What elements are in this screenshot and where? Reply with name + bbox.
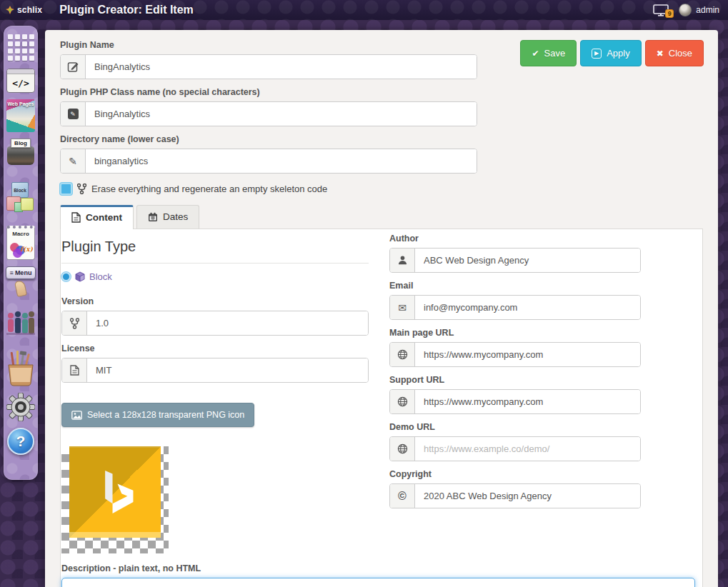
description-textarea[interactable]: Bing Analytics block xyxy=(61,578,695,587)
sidebar-item-html-code[interactable]: </> xyxy=(6,69,35,93)
main-url-input[interactable] xyxy=(415,343,640,366)
image-icon xyxy=(71,411,82,420)
email-input[interactable] xyxy=(415,296,640,319)
username: admin xyxy=(696,5,719,15)
demo-url-label: Demo URL xyxy=(389,422,641,432)
site-preview-button[interactable]: 9 xyxy=(653,4,669,16)
sidebar-item-help[interactable]: ? xyxy=(7,428,34,455)
gear-icon xyxy=(6,393,35,421)
tab-bar: Content Dates xyxy=(60,205,703,229)
sidebar-item-blog[interactable]: Blog xyxy=(6,139,36,174)
check-icon: ✔ xyxy=(532,49,539,58)
apply-button[interactable]: ▶ Apply xyxy=(580,40,642,66)
sidebar-item-block[interactable]: Block xyxy=(6,181,36,219)
copyright-field: Copyright © xyxy=(389,469,641,508)
content-tab-pane: Plugin Type Block Version xyxy=(60,229,703,587)
save-button[interactable]: ✔ Save xyxy=(520,40,577,66)
author-input[interactable] xyxy=(415,249,640,272)
page-title: Plugin Creator: Edit Item xyxy=(59,4,194,16)
envelope-icon: ✉ xyxy=(390,296,415,319)
edit-square-filled-icon: ✎ xyxy=(61,102,86,126)
erase-checkbox-row: Erase everything and regenerate an empty… xyxy=(60,183,703,195)
version-label: Version xyxy=(61,296,369,306)
users-group-icon xyxy=(5,308,36,344)
copyright-icon: © xyxy=(390,484,415,508)
directory-label: Directory name (lower case) xyxy=(60,134,477,144)
sidebar-item-menu[interactable]: ≡Menu xyxy=(6,266,36,302)
sidebar-item-web-pages[interactable]: Web Pages xyxy=(6,99,35,132)
file-text-icon xyxy=(62,358,87,382)
demo-url-input[interactable] xyxy=(415,437,640,461)
sidebar-item-apps-grid[interactable] xyxy=(6,33,36,62)
php-class-input[interactable] xyxy=(86,102,477,126)
hand-cursor-icon xyxy=(14,280,27,297)
code-fork-icon xyxy=(77,184,86,194)
tab-dates-label: Dates xyxy=(163,211,188,222)
support-url-input[interactable] xyxy=(415,390,640,413)
select-icon-button[interactable]: Select a 128x128 transparent PNG icon xyxy=(61,403,254,427)
edit-item-panel: ✔ Save ▶ Apply ✖ Close Plugin Name Plugi… xyxy=(45,30,718,587)
schlix-logo-icon xyxy=(6,6,14,14)
logo-text: schlix xyxy=(17,5,42,15)
block-option-label: Block xyxy=(89,271,112,282)
plugin-name-label: Plugin Name xyxy=(60,40,477,50)
globe-icon xyxy=(390,390,415,413)
block-cubes-icon: Block xyxy=(6,181,36,219)
license-field: License xyxy=(61,343,369,383)
avatar xyxy=(679,4,692,16)
web-pages-icon: Web Pages xyxy=(6,99,35,132)
php-class-label: Plugin PHP Class name (no special charac… xyxy=(60,87,477,97)
toolbox-icon xyxy=(6,351,36,386)
directory-input[interactable] xyxy=(86,149,477,173)
code-window-icon: </> xyxy=(6,69,35,93)
select-icon-button-label: Select a 128x128 transparent PNG icon xyxy=(87,410,244,420)
erase-checkbox[interactable] xyxy=(60,183,72,195)
edit-square-icon xyxy=(61,55,86,79)
action-buttons: ✔ Save ▶ Apply ✖ Close xyxy=(520,40,704,66)
tab-content-label: Content xyxy=(86,212,122,223)
plugin-name-input[interactable] xyxy=(86,55,477,79)
author-label: Author xyxy=(389,234,641,244)
macro-notepad-icon: Macro f(x) xyxy=(6,226,35,260)
apps-grid-icon xyxy=(6,33,36,62)
license-input[interactable] xyxy=(87,358,368,382)
description-field: Description - plain text, no HTML Bing A… xyxy=(61,563,695,587)
close-icon: ✖ xyxy=(657,49,664,58)
schlix-logo[interactable]: schlix xyxy=(0,5,49,15)
version-input[interactable] xyxy=(87,311,368,335)
copyright-input[interactable] xyxy=(415,484,640,508)
bing-plugin-icon-preview xyxy=(69,446,161,538)
globe-icon xyxy=(390,437,415,461)
person-icon xyxy=(390,249,415,272)
transparency-checkerboard xyxy=(61,446,169,553)
apply-button-label: Apply xyxy=(607,48,630,59)
notification-badge: 9 xyxy=(665,9,674,18)
sidebar-item-macro[interactable]: Macro f(x) xyxy=(6,226,35,260)
email-label: Email xyxy=(389,281,641,291)
app-sidebar: </> Web Pages Blog Block Macro f(x) ≡Men… xyxy=(4,26,38,480)
demo-url-field: Demo URL xyxy=(389,422,641,461)
plugin-type-block-option[interactable]: Block xyxy=(61,271,369,282)
tab-dates[interactable]: Dates xyxy=(136,205,199,229)
sidebar-item-tools[interactable] xyxy=(6,351,36,386)
pencil-icon: ✎ xyxy=(61,149,86,173)
erase-checkbox-label: Erase everything and regenerate an empty… xyxy=(91,184,327,194)
menu-button-icon: ≡Menu xyxy=(6,266,36,302)
php-class-field: Plugin PHP Class name (no special charac… xyxy=(60,87,477,126)
sidebar-item-users[interactable] xyxy=(5,308,36,344)
sidebar-item-settings[interactable] xyxy=(6,393,35,421)
main-url-label: Main page URL xyxy=(389,328,641,338)
tab-content[interactable]: Content xyxy=(60,205,134,229)
close-button[interactable]: ✖ Close xyxy=(645,40,704,66)
block-radio[interactable] xyxy=(61,272,71,281)
user-menu[interactable]: admin xyxy=(679,4,725,16)
globe-icon xyxy=(390,343,415,366)
cube-icon xyxy=(75,271,85,282)
copyright-label: Copyright xyxy=(389,469,641,479)
blog-typewriter-icon: Blog xyxy=(6,139,36,174)
help-icon: ? xyxy=(7,428,34,455)
email-field: Email ✉ xyxy=(389,281,641,320)
file-text-icon xyxy=(71,212,81,223)
code-fork-icon xyxy=(62,311,87,335)
author-field: Author xyxy=(389,234,641,273)
